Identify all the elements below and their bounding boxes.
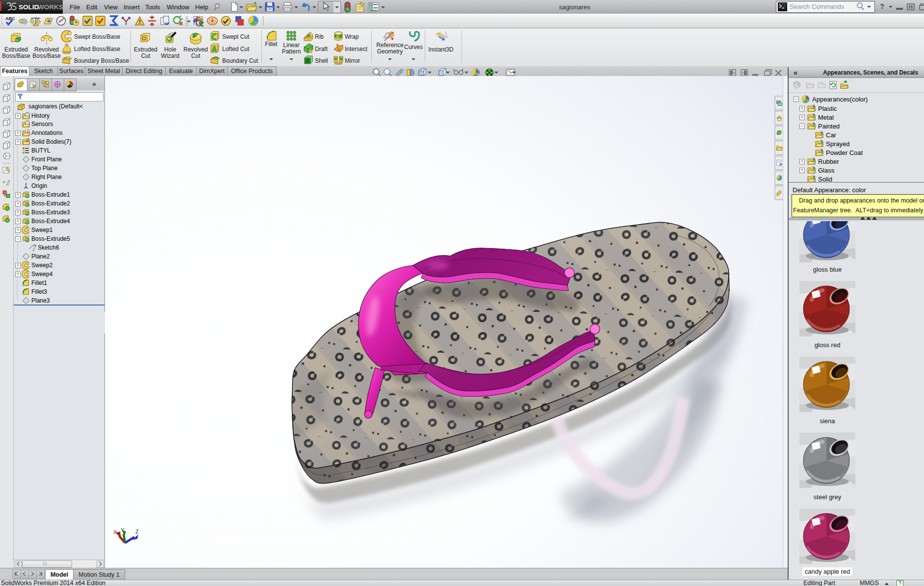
svg-text:X: X	[113, 529, 117, 535]
svg-text:WORKS: WORKS	[38, 3, 63, 11]
svg-text:G: G	[336, 35, 339, 39]
svg-text:Y: Y	[121, 527, 125, 533]
svg-text:ABC: ABC	[5, 16, 15, 21]
svg-text:SOLID: SOLID	[19, 3, 39, 11]
svg-text:Z: Z	[135, 529, 139, 535]
svg-text:A: A	[26, 130, 29, 133]
svg-text:+: +	[2, 179, 5, 185]
